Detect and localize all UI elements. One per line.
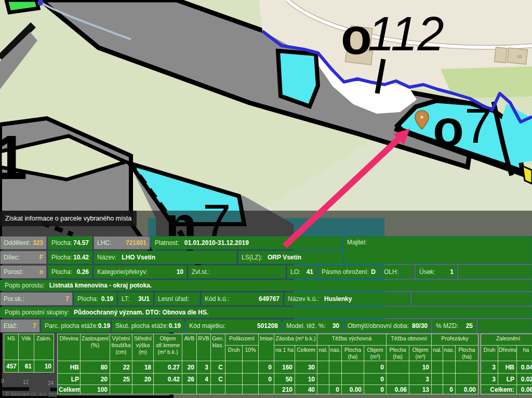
- map-label-o112-bold: o: [341, 8, 372, 65]
- species-header: Věk: [19, 334, 34, 360]
- species-cell: Celkem:: [58, 385, 81, 394]
- svg-text:24: 24: [48, 380, 54, 386]
- species-cell: 30: [295, 361, 317, 374]
- field-parc-plocha: Parc. plocha etáže: 0.19: [41, 319, 111, 333]
- species-subheader: na 1 ha: [274, 346, 295, 361]
- map-label-o7-num: 7: [464, 98, 492, 153]
- panel-row-dilec: Dílec: F Plocha: 10.42 Název: LHO Vsetín…: [0, 251, 532, 264]
- species-cell: 25: [110, 374, 132, 385]
- field-dilec: Dílec: F: [0, 251, 47, 264]
- field-kod-majetku: Kód majetku: 501208: [185, 319, 282, 333]
- field-porsk: Por.sk.: 7: [0, 292, 73, 306]
- species-cell: 4: [197, 374, 211, 385]
- species-subheader: Objem (m³): [364, 346, 387, 361]
- species-cell: 0.04: [517, 361, 532, 374]
- species-cell: [387, 374, 409, 385]
- svg-text:*: *: [420, 114, 423, 122]
- species-cell: [432, 374, 443, 385]
- species-cell: 0: [443, 385, 456, 394]
- species-row: 3HB0.04: [481, 361, 532, 374]
- species-cell: 0: [364, 385, 387, 394]
- species-header: Zastoupení (%): [81, 334, 110, 361]
- svg-text:0: 0: [1, 378, 4, 384]
- species-row: 4576110: [4, 360, 54, 373]
- species-cell: [197, 385, 211, 394]
- species-subheader: Objem (m³): [409, 346, 432, 361]
- species-cell: LP: [498, 374, 517, 385]
- panel-row-etaz: Etáž: 7 Parc. plocha etáže: 0.19 Skut. p…: [0, 319, 532, 333]
- species-cell: [211, 385, 225, 394]
- species-cell: [329, 361, 342, 374]
- map-tooltip: Získat informace o parcele vybraného mís…: [0, 211, 137, 226]
- empty-cell: [458, 265, 532, 279]
- species-cell: [154, 385, 182, 394]
- species-cell: [329, 374, 342, 385]
- species-table-left: HSVěkZakm.4576110: [4, 334, 54, 373]
- species-header: Těžba výchovná: [317, 334, 387, 346]
- species-cell: 457: [4, 360, 19, 373]
- field-kod-ku: Kód k.ú.: 649767: [201, 292, 283, 306]
- species-cell: C: [211, 374, 225, 385]
- species-header: Střední výška (m): [132, 334, 154, 361]
- species-subheader: Plocha (ha): [387, 346, 409, 361]
- species-cell: 40: [295, 385, 317, 394]
- species-subheader: nal.: [317, 346, 329, 361]
- species-cell: [443, 374, 456, 385]
- field-pasmo: Pásmo ohrožení: D: [318, 265, 379, 279]
- species-cell: [243, 361, 259, 374]
- map-tooltip-text: Získat informace o parcele vybraného mís…: [5, 215, 131, 222]
- species-subheader: nas.: [329, 346, 342, 361]
- species-cell: [225, 385, 243, 394]
- species-cell: HB: [58, 361, 81, 374]
- species-subheader: Plocha (ha): [342, 346, 364, 361]
- field-nazev-ku: Název k.ú.: Huslenky: [284, 292, 410, 306]
- species-cell: 3: [197, 361, 211, 374]
- field-etaz: Etáž: 7: [0, 319, 40, 333]
- species-cell: 0: [259, 374, 274, 385]
- field-nazev: Název: LHO Vsetín: [94, 251, 237, 264]
- species-header: Výčetní tloušťka (cm): [110, 334, 132, 361]
- species-cell: 3: [481, 374, 498, 385]
- map-lime-parcel: [6, 0, 38, 12]
- species-cell: 18: [132, 361, 154, 374]
- species-cell: 13: [409, 385, 432, 394]
- species-cell: [110, 385, 132, 394]
- species-header: Zakm.: [34, 334, 54, 360]
- map-attribution-year: 202: [48, 392, 57, 398]
- species-cell: [243, 385, 259, 394]
- species-cell: [317, 374, 329, 385]
- field-plocha-porsk: Plocha: 0.19: [74, 292, 117, 306]
- species-cell: [182, 385, 197, 394]
- species-cell: [132, 385, 154, 394]
- species-subheader: Celkem: [295, 346, 317, 361]
- species-cell: LP: [58, 374, 81, 385]
- species-header: Gen. klas.: [211, 334, 225, 361]
- species-subheader: Druh: [481, 346, 498, 361]
- species-cell: [243, 374, 259, 385]
- species-header: Zásoba (m³ b.k.): [274, 334, 317, 346]
- species-header: Prořezávky: [432, 334, 478, 346]
- species-cell: 0.02: [517, 374, 532, 385]
- species-subheader: nas.: [443, 346, 456, 361]
- map-label-o112-num: 112: [368, 7, 444, 60]
- species-cell: 0: [329, 385, 342, 394]
- species-cell: 50: [274, 374, 295, 385]
- species-cell: 0.06: [517, 385, 532, 394]
- species-header: Těžba obnovní: [387, 334, 432, 346]
- species-subheader: Dřevina: [498, 346, 517, 361]
- field-skut-plocha: Skut. plocha etáže: 0.19: [112, 319, 184, 333]
- species-cell: 0: [364, 361, 387, 374]
- species-header: Imise: [259, 334, 274, 361]
- field-plocha-oddeleni: Plocha: 74.57: [48, 236, 92, 250]
- species-header: Objem stř.kmene (m³ b.k.): [154, 334, 182, 361]
- species-cell: 10: [409, 361, 432, 374]
- species-header: RVB: [197, 334, 211, 361]
- panel-row-oddeleni: Oddělení: 323 Plocha: 74.57 LHC: 721801 …: [0, 236, 532, 250]
- field-mzd: % MZD: 25: [432, 319, 476, 333]
- species-cell: 0.27: [154, 361, 182, 374]
- species-total-row: Celkem:0.06: [481, 385, 532, 394]
- species-header: HS: [4, 334, 19, 360]
- species-cell: 0.06: [387, 385, 409, 394]
- species-cell: 61: [19, 360, 34, 373]
- species-cell: 0.42: [154, 374, 182, 385]
